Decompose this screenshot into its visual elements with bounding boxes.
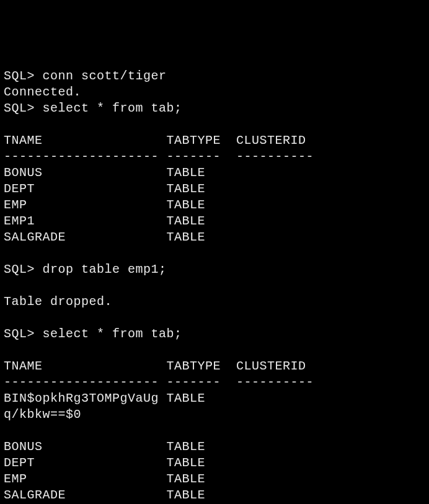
separator: ---------- <box>236 375 314 389</box>
col-header-tname: TNAME <box>4 133 43 148</box>
dropped-msg: Table dropped. <box>4 294 112 309</box>
table-row: EMP1 TABLE <box>4 214 205 228</box>
table-row: EMP TABLE <box>4 198 205 212</box>
separator: ---------- <box>236 149 314 164</box>
sql-prompt: SQL> <box>4 262 35 276</box>
col-header-clusterid: CLUSTERID <box>236 359 306 373</box>
sql-prompt: SQL> <box>4 69 35 83</box>
col-header-tabtype: TABTYPE <box>167 359 221 373</box>
table-row: DEPT TABLE <box>4 456 205 470</box>
separator: ------- <box>167 149 221 164</box>
sql-prompt: SQL> <box>4 101 35 115</box>
command-conn: conn scott/tiger <box>43 69 167 83</box>
connected-msg: Connected. <box>4 85 81 99</box>
terminal-output: SQL> conn scott/tiger Connected. SQL> se… <box>4 69 314 504</box>
col-header-tname: TNAME <box>4 359 43 373</box>
table-row: EMP TABLE <box>4 472 205 486</box>
table-row: BONUS TABLE <box>4 166 205 180</box>
command-select: select * from tab; <box>43 327 182 341</box>
separator: -------------------- <box>4 149 159 164</box>
col-header-clusterid: CLUSTERID <box>236 133 306 148</box>
table-row: DEPT TABLE <box>4 182 205 196</box>
command-select: select * from tab; <box>43 101 182 115</box>
table-row: BIN$opkhRg3TOMPgVaUg TABLE <box>4 391 205 405</box>
table-row: q/kbkw==$0 <box>4 407 81 422</box>
sql-prompt: SQL> <box>4 327 35 341</box>
separator: ------- <box>167 375 221 389</box>
table-row: SALGRADE TABLE <box>4 488 205 502</box>
table-row: SALGRADE TABLE <box>4 230 205 244</box>
table-row: BONUS TABLE <box>4 440 205 454</box>
col-header-tabtype: TABTYPE <box>167 133 221 148</box>
command-drop: drop table emp1; <box>43 262 167 276</box>
separator: -------------------- <box>4 375 159 389</box>
